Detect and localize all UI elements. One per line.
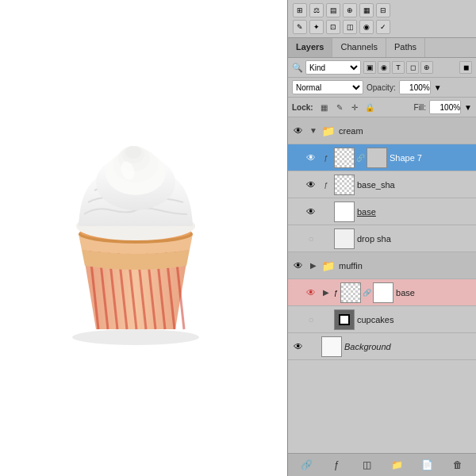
thumb-shape7-area: 🔗 [334, 148, 387, 168]
canvas-area [0, 0, 287, 476]
folder-muffin-icon: 📁 [321, 259, 335, 272]
thumb-base2-mask [373, 282, 393, 303]
lock-checkerboard-icon[interactable]: ▦ [318, 101, 331, 113]
layer-drop-sha-name: drop sha [357, 234, 473, 244]
thumb-base-sha [334, 175, 355, 195]
layer-base2[interactable]: 👁 ▶ ƒ 🔗 base [288, 279, 476, 306]
layer-background[interactable]: 👁 Background [288, 333, 476, 360]
layer-cupcakes[interactable]: ○ cupcakes [288, 306, 476, 333]
eye-base1[interactable]: 👁 [304, 206, 318, 217]
folder-cream-icon: 📁 [321, 125, 335, 137]
thumb-shape7-mask [367, 148, 387, 168]
panel-toolbar: ⊞ ⚖ ▤ ⊕ ▦ ⊟ ✎ ✦ ⊡ ◫ ◉ ✓ [288, 0, 476, 38]
layer-shape7[interactable]: 👁 ƒ 🔗 Shape 7 [288, 144, 476, 171]
clone-icon[interactable]: ⊡ [326, 20, 340, 34]
opacity-input[interactable] [399, 80, 431, 94]
tab-paths[interactable]: Paths [386, 38, 425, 57]
thumb-cupcakes [334, 309, 355, 330]
layer-base2-name: base [396, 288, 473, 298]
layer-cream-name: cream [339, 126, 473, 136]
expand-muffin[interactable]: ▶ [308, 261, 319, 270]
check-icon[interactable]: ✓ [376, 20, 390, 34]
pixel-filter-icon[interactable]: ▣ [363, 61, 376, 74]
balance-icon[interactable]: ⚖ [309, 3, 324, 17]
expand-base-sha[interactable]: ƒ [321, 181, 332, 189]
eye2-icon[interactable]: ◉ [359, 20, 374, 34]
tab-layers[interactable]: Layers [288, 38, 332, 57]
lock-brush-icon[interactable]: ✎ [333, 101, 346, 113]
thumb-cupcakes-inner [339, 314, 350, 325]
lock-icons-group: ▦ ✎ ✛ 🔒 [318, 101, 411, 113]
fill-label: Fill: [414, 103, 427, 112]
wand-icon[interactable]: ✦ [309, 20, 324, 34]
layers-icon[interactable]: ▤ [326, 3, 340, 17]
eye-cupcakes[interactable]: ○ [304, 314, 318, 325]
lock-move-icon[interactable]: ✛ [348, 101, 361, 113]
toolbar-row-1: ⊞ ⚖ ▤ ⊕ ▦ ⊟ [293, 3, 471, 17]
filter-toggle[interactable]: ◼ [459, 61, 472, 74]
chain-shape7-icon: 🔗 [356, 154, 365, 162]
cupcake-image [33, 111, 255, 365]
blend-mode-select[interactable]: Normal [292, 80, 363, 94]
fill-arrow[interactable]: ▼ [464, 103, 472, 112]
svg-point-19 [125, 146, 141, 159]
eye-base2[interactable]: 👁 [304, 287, 318, 298]
layer-base-sha[interactable]: 👁 ƒ base_sha [288, 171, 476, 198]
grid-icon[interactable]: ⊞ [293, 3, 307, 17]
tabs-row: Layers Channels Paths [288, 38, 476, 58]
delete-layer-icon[interactable]: 🗑 [450, 457, 466, 473]
layer-background-name: Background [344, 342, 473, 351]
lock-row: Lock: ▦ ✎ ✛ 🔒 Fill: ▼ [288, 98, 476, 117]
kind-select[interactable]: Kind [305, 60, 361, 75]
thumb-base2 [340, 282, 361, 303]
lock-label: Lock: [292, 103, 313, 112]
thumb-cupcakes-area [334, 309, 355, 330]
opacity-label: Opacity: [367, 83, 396, 92]
grid2-icon[interactable]: ▦ [359, 3, 374, 17]
layer-base1-name: base [357, 207, 473, 217]
eye-muffin-group[interactable]: 👁 [291, 260, 305, 271]
lock-all-icon[interactable]: 🔒 [363, 101, 376, 113]
layer-drop-sha[interactable]: ○ drop sha [288, 225, 476, 252]
layer-cream-group[interactable]: 👁 ▼ 📁 cream [288, 117, 476, 144]
add-mask-icon[interactable]: ◫ [359, 457, 374, 473]
blend-row: Normal Opacity: ▼ [288, 78, 476, 98]
layer-shape7-name: Shape 7 [390, 153, 473, 163]
link-shape7-icon: ƒ [324, 154, 328, 162]
link-layers-icon[interactable]: 🔗 [298, 457, 314, 473]
mask-icon[interactable]: ◫ [343, 20, 357, 34]
text-filter-icon[interactable]: T [392, 61, 405, 74]
new-layer-icon[interactable]: 📄 [420, 457, 436, 473]
tab-channels[interactable]: Channels [332, 38, 386, 57]
thumb-base1-area [334, 202, 355, 222]
opacity-arrow[interactable]: ▼ [434, 83, 442, 92]
shape-filter-icon[interactable]: ◻ [406, 61, 419, 74]
new-group-icon[interactable]: 📁 [390, 457, 405, 473]
layer-base-sha-name: base_sha [357, 180, 473, 190]
layer-base1[interactable]: 👁 base [288, 198, 476, 225]
thumb-drop-sha [334, 228, 355, 249]
thumb-shape7 [334, 148, 355, 168]
expand-base2[interactable]: ▶ [321, 288, 332, 297]
svg-point-0 [72, 329, 199, 345]
thumb-drop-sha-area [334, 228, 355, 249]
eye-shape7[interactable]: 👁 [304, 152, 318, 163]
table-icon[interactable]: ⊟ [376, 3, 390, 17]
thumb-base1 [334, 202, 355, 222]
search-icon: 🔍 [292, 63, 303, 73]
smart-filter-icon[interactable]: ⊕ [420, 61, 433, 74]
pencil-icon[interactable]: ✎ [293, 20, 307, 34]
eye-drop-sha[interactable]: ○ [304, 233, 318, 244]
link-icon[interactable]: ⊕ [343, 3, 357, 17]
link-base2-icon: ƒ [334, 289, 338, 297]
layer-muffin-group[interactable]: 👁 ▶ 📁 muffin [288, 252, 476, 279]
fill-input[interactable] [429, 100, 461, 114]
filter-row: 🔍 Kind ▣ ◉ T ◻ ⊕ ◼ [288, 58, 476, 78]
add-style-icon[interactable]: ƒ [328, 457, 344, 473]
eye-base-sha[interactable]: 👁 [304, 179, 318, 190]
eye-background[interactable]: 👁 [291, 341, 305, 352]
expand-cream[interactable]: ▼ [308, 126, 319, 135]
adjust-filter-icon[interactable]: ◉ [378, 61, 390, 74]
eye-cream-group[interactable]: 👁 [291, 125, 305, 136]
expand-shape7[interactable]: ƒ [321, 154, 332, 162]
